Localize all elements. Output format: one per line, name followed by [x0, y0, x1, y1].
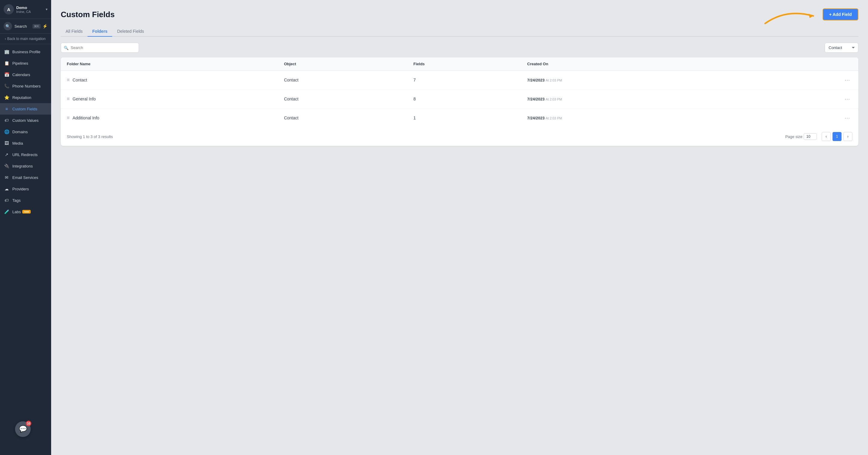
bolt-icon: ⚡ [42, 24, 48, 29]
back-to-main-nav[interactable]: ‹ Back to main navigation [0, 34, 51, 44]
created-date: 7/24/2023 [527, 78, 545, 82]
chevron-left-icon: ‹ [5, 37, 6, 41]
folder-name-value: Additional Info [72, 116, 99, 120]
sidebar-item-pipelines[interactable]: 📋 Pipelines [0, 57, 51, 69]
folders-table: Folder Name Object Fields Created On ≡ C… [61, 57, 858, 146]
cell-folder-name: ≡ Contact [61, 71, 278, 90]
tab-deleted-fields[interactable]: Deleted Fields [112, 27, 149, 37]
custom-values-icon: 🏷 [4, 117, 10, 123]
page-size-dropdown[interactable]: 10 25 50 [804, 133, 817, 140]
sidebar-item-label: Business Profile [12, 50, 40, 54]
user-profile[interactable]: A Demo Irvine, CA ▾ [0, 0, 51, 19]
sidebar-item-label: Calendars [12, 72, 30, 77]
sidebar-item-integrations[interactable]: 🔌 Integrations [0, 160, 51, 172]
cell-object: Contact [278, 90, 407, 109]
tags-icon: 🏷 [4, 197, 10, 203]
sidebar-item-calendars[interactable]: 📅 Calendars [0, 69, 51, 80]
search-wrapper: 🔍 [61, 43, 139, 53]
search-label: Search [14, 24, 32, 29]
cell-fields: 7 [407, 71, 521, 90]
row-menu-button[interactable]: ⋯ [842, 113, 852, 122]
sidebar-item-domains[interactable]: 🌐 Domains [0, 126, 51, 138]
phone-icon: 📞 [4, 83, 10, 89]
cell-row-actions[interactable]: ⋯ [750, 90, 858, 109]
sidebar-item-label: Reputation [12, 95, 31, 100]
sidebar-item-label: Labs [12, 210, 21, 214]
sidebar-item-business-profile[interactable]: 🏢 Business Profile [0, 46, 51, 57]
sidebar-item-label: Domains [12, 130, 28, 134]
cell-created-on: 7/24/2023 At 2:03 PM [521, 109, 750, 127]
sidebar-item-email-services[interactable]: ✉ Email Services [0, 172, 51, 183]
pagination-page-1[interactable]: 1 [833, 132, 841, 141]
sidebar-item-label: Integrations [12, 164, 33, 169]
url-redirects-icon: ↗ [4, 152, 10, 158]
search-trigger[interactable]: 🔍 Search ⌘K ⚡ [0, 19, 51, 34]
media-icon: 🖼 [4, 140, 10, 146]
table-row: ≡ Additional Info Contact 1 7/24/2023 At… [61, 109, 858, 127]
chat-badge: 10 [26, 421, 31, 426]
sidebar-item-url-redirects[interactable]: ↗ URL Redirects [0, 149, 51, 160]
cell-row-actions[interactable]: ⋯ [750, 109, 858, 127]
drag-handle-icon: ≡ [67, 115, 69, 121]
sidebar-nav: 🏢 Business Profile 📋 Pipelines 📅 Calenda… [0, 44, 51, 455]
pipelines-icon: 📋 [4, 60, 10, 66]
user-name: Demo [16, 5, 46, 10]
sidebar-item-label: Email Services [12, 175, 38, 180]
labs-icon: 🧪 [4, 209, 10, 215]
table: Folder Name Object Fields Created On ≡ C… [61, 57, 858, 127]
arrow-annotation [762, 5, 822, 27]
domains-icon: 🌐 [4, 129, 10, 135]
cell-created-on: 7/24/2023 At 2:03 PM [521, 90, 750, 109]
sidebar-item-custom-values[interactable]: 🏷 Custom Values [0, 115, 51, 126]
integrations-icon: 🔌 [4, 163, 10, 169]
pagination: Showing 1 to 3 of 3 results Page size 10… [61, 127, 858, 146]
page-size-label: Page size [785, 134, 802, 139]
table-row: ≡ Contact Contact 7 7/24/2023 At 2:03 PM… [61, 71, 858, 90]
folder-name-value: General Info [72, 96, 96, 101]
search-icon: 🔍 [64, 46, 69, 50]
add-field-button[interactable]: + Add Field [823, 8, 858, 21]
chevron-down-icon: ▾ [46, 7, 48, 11]
calendars-icon: 📅 [4, 71, 10, 78]
pagination-showing: Showing 1 to 3 of 3 results [67, 134, 113, 139]
sidebar-item-media[interactable]: 🖼 Media [0, 138, 51, 149]
svg-marker-0 [809, 14, 813, 18]
reputation-icon: ⭐ [4, 94, 10, 100]
sidebar-item-phone-numbers[interactable]: 📞 Phone Numbers [0, 80, 51, 92]
tab-folders[interactable]: Folders [88, 27, 113, 37]
cell-folder-name: ≡ General Info [61, 90, 278, 109]
folder-name-value: Contact [72, 78, 87, 82]
row-menu-button[interactable]: ⋯ [842, 94, 852, 103]
sidebar-item-tags[interactable]: 🏷 Tags [0, 194, 51, 206]
created-time: At 2:03 PM [546, 97, 562, 101]
page-size-select: Page size 10 25 50 [785, 133, 817, 140]
email-services-icon: ✉ [4, 175, 10, 180]
search-input[interactable] [61, 43, 139, 53]
table-body: ≡ Contact Contact 7 7/24/2023 At 2:03 PM… [61, 71, 858, 127]
page-title: Custom Fields [61, 10, 115, 19]
table-header-row: Folder Name Object Fields Created On [61, 57, 858, 71]
sidebar-item-custom-fields[interactable]: ≡ Custom Fields [0, 103, 51, 115]
row-menu-button[interactable]: ⋯ [842, 75, 852, 85]
labs-new-badge: new [22, 210, 31, 214]
cell-object: Contact [278, 71, 407, 90]
sidebar-item-providers[interactable]: ☁ Providers [0, 183, 51, 194]
pagination-prev[interactable]: ‹ [822, 132, 831, 141]
tab-all-fields[interactable]: All Fields [61, 27, 88, 37]
sidebar-item-reputation[interactable]: ⭐ Reputation [0, 92, 51, 103]
sidebar-item-labs[interactable]: 🧪 Labs new [0, 206, 51, 217]
sidebar-item-label: Phone Numbers [12, 84, 40, 88]
cell-created-on: 7/24/2023 At 2:03 PM [521, 71, 750, 90]
user-info: Demo Irvine, CA [16, 5, 46, 13]
controls-row: 🔍 Contact Opportunity User [61, 43, 858, 53]
sidebar-item-label: Custom Fields [12, 107, 37, 111]
cell-row-actions[interactable]: ⋯ [750, 71, 858, 90]
col-folder-name: Folder Name [61, 57, 278, 71]
main-content: Custom Fields + Add Field All Fields Fol… [51, 0, 868, 455]
cell-fields: 8 [407, 90, 521, 109]
pagination-next[interactable]: › [843, 132, 852, 141]
created-date: 7/24/2023 [527, 116, 545, 120]
col-created-on: Created On [521, 57, 750, 71]
object-filter-select[interactable]: Contact Opportunity User [825, 43, 858, 53]
col-object: Object [278, 57, 407, 71]
